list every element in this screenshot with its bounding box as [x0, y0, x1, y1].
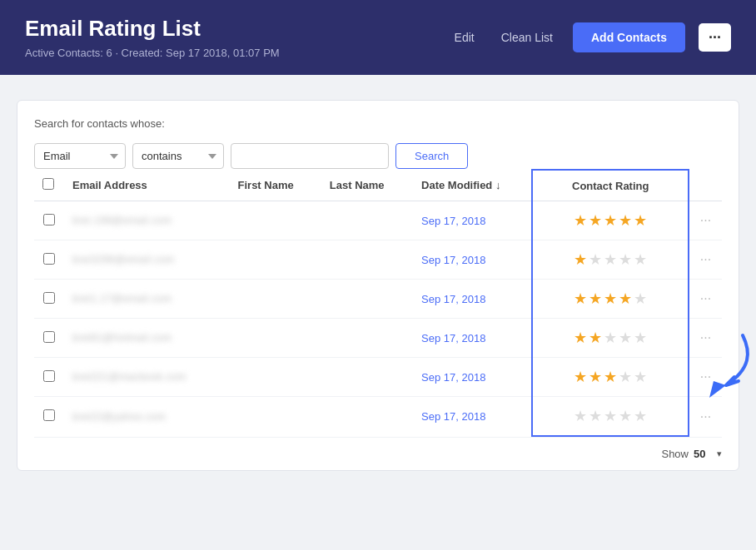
star-5[interactable]: ★	[634, 250, 647, 269]
star-4[interactable]: ★	[619, 329, 632, 347]
star-1[interactable]: ★	[574, 368, 587, 386]
star-5[interactable]: ★	[634, 211, 647, 230]
row-email: brei22@yahoo.com	[64, 397, 230, 437]
show-select[interactable]: 10 25 50 100	[694, 448, 712, 460]
star-1[interactable]: ★	[574, 329, 587, 347]
star-2[interactable]: ★	[589, 407, 602, 425]
page-title: Email Rating List	[25, 16, 280, 42]
more-options-button[interactable]: ···	[699, 23, 731, 52]
row-checkbox[interactable]	[43, 409, 55, 421]
col-header-first[interactable]: First Name	[230, 170, 321, 201]
star-2[interactable]: ★	[589, 250, 602, 269]
main-content: Search for contacts whose: Email First N…	[0, 75, 756, 488]
add-contacts-button[interactable]: Add Contacts	[573, 22, 685, 52]
col-header-rating: Contact Rating	[532, 170, 689, 201]
row-date: Sep 17, 2018	[413, 319, 532, 358]
row-actions[interactable]: ···	[689, 240, 722, 280]
condition-select[interactable]: contains equals starts with ends with	[132, 143, 224, 169]
row-last-name	[321, 240, 413, 280]
row-checkbox[interactable]	[43, 214, 55, 225]
star-3[interactable]: ★	[604, 407, 617, 425]
row-actions[interactable]: ···	[689, 397, 722, 437]
star-1[interactable]: ★	[574, 407, 587, 425]
edit-button[interactable]: Edit	[448, 27, 481, 47]
row-checkbox[interactable]	[43, 292, 55, 304]
table-body: brei.198@email.comSep 17, 2018★★★★★···br…	[34, 201, 722, 437]
col-header-last[interactable]: Last Name	[321, 170, 413, 201]
row-rating[interactable]: ★★★★★	[532, 319, 689, 358]
row-checkbox[interactable]	[43, 331, 55, 343]
card-wrap: Search for contacts whose: Email First N…	[17, 100, 739, 471]
row-email: brei1.17@email.com	[64, 280, 230, 319]
row-checkbox-cell	[34, 319, 64, 358]
star-3[interactable]: ★	[604, 290, 617, 308]
contacts-card: Search for contacts whose: Email First N…	[17, 100, 739, 471]
field-select[interactable]: Email First Name Last Name	[34, 143, 126, 169]
star-3[interactable]: ★	[604, 211, 617, 230]
row-first-name	[230, 358, 321, 397]
header-left: Email Rating List Active Contacts: 6 · C…	[25, 16, 280, 59]
col-header-email[interactable]: Email Address	[64, 170, 230, 201]
star-2[interactable]: ★	[589, 368, 602, 386]
col-header-date[interactable]: Date Modified ↓	[413, 170, 532, 201]
table-header-row: Email Address First Name Last Name Date …	[34, 170, 722, 201]
search-button[interactable]: Search	[395, 143, 468, 169]
chevron-down-icon: ▾	[717, 448, 722, 459]
row-actions[interactable]: ···	[689, 358, 722, 397]
star-5[interactable]: ★	[634, 368, 647, 386]
search-bar-row: Email First Name Last Name contains equa…	[34, 143, 722, 169]
star-2[interactable]: ★	[589, 211, 602, 230]
row-rating[interactable]: ★★★★★	[532, 397, 689, 437]
star-5[interactable]: ★	[634, 290, 647, 308]
header-actions: Edit Clean List Add Contacts ···	[448, 22, 731, 52]
table-row: brei.198@email.comSep 17, 2018★★★★★···	[34, 201, 722, 240]
row-checkbox[interactable]	[43, 253, 55, 265]
star-2[interactable]: ★	[589, 290, 602, 308]
clean-list-button[interactable]: Clean List	[495, 27, 560, 47]
row-date: Sep 17, 2018	[413, 280, 532, 319]
row-checkbox-cell	[34, 358, 64, 397]
select-all-checkbox[interactable]	[42, 178, 54, 190]
card-footer: Show 10 25 50 100 ▾	[34, 437, 722, 470]
row-actions[interactable]: ···	[689, 319, 722, 358]
row-actions[interactable]: ···	[689, 280, 722, 319]
row-last-name	[321, 397, 413, 437]
star-5[interactable]: ★	[634, 329, 647, 347]
star-4[interactable]: ★	[619, 250, 632, 269]
header-subtitle: Active Contacts: 6 · Created: Sep 17 201…	[25, 47, 280, 59]
star-3[interactable]: ★	[604, 368, 617, 386]
col-header-check	[34, 170, 64, 201]
star-4[interactable]: ★	[619, 368, 632, 386]
row-first-name	[230, 319, 321, 358]
row-date: Sep 17, 2018	[413, 397, 532, 437]
star-5[interactable]: ★	[634, 407, 647, 425]
row-checkbox-cell	[34, 397, 64, 437]
contacts-table: Email Address First Name Last Name Date …	[34, 169, 722, 437]
search-container: Search for contacts whose: Email First N…	[34, 117, 722, 169]
row-date: Sep 17, 2018	[413, 201, 532, 240]
search-prompt: Search for contacts whose:	[34, 117, 722, 130]
row-rating[interactable]: ★★★★★	[532, 240, 689, 280]
row-first-name	[230, 201, 321, 240]
star-1[interactable]: ★	[574, 211, 587, 230]
table-row: brei3298@email.comSep 17, 2018★★★★★···	[34, 240, 722, 280]
page-header: Email Rating List Active Contacts: 6 · C…	[0, 0, 756, 75]
star-2[interactable]: ★	[589, 329, 602, 347]
row-rating[interactable]: ★★★★★	[532, 201, 689, 240]
row-rating[interactable]: ★★★★★	[532, 358, 689, 397]
row-checkbox[interactable]	[43, 370, 55, 382]
row-actions[interactable]: ···	[689, 201, 722, 240]
star-3[interactable]: ★	[604, 329, 617, 347]
row-date: Sep 17, 2018	[413, 358, 532, 397]
star-4[interactable]: ★	[619, 407, 632, 425]
star-4[interactable]: ★	[619, 211, 632, 230]
star-1[interactable]: ★	[574, 250, 587, 269]
search-input[interactable]	[231, 143, 389, 169]
row-first-name	[230, 280, 321, 319]
show-label: Show	[661, 448, 689, 460]
row-rating[interactable]: ★★★★★	[532, 280, 689, 319]
star-1[interactable]: ★	[574, 290, 587, 308]
star-3[interactable]: ★	[604, 250, 617, 269]
table-row: brei81@hotmail.comSep 17, 2018★★★★★···	[34, 319, 722, 358]
star-4[interactable]: ★	[619, 290, 632, 308]
